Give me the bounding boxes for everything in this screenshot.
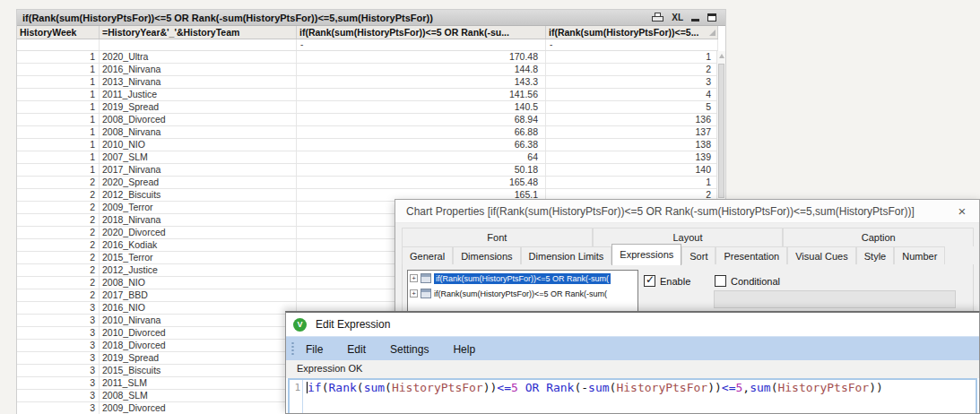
print-icon[interactable] xyxy=(652,13,663,22)
expression-list-item[interactable]: +if(Rank(sum(HistoryPtsFor))<=5 OR Rank(… xyxy=(408,271,637,286)
table-cell[interactable]: 2 xyxy=(17,189,100,201)
table-cell[interactable]: 2012_Biscuits xyxy=(100,189,297,201)
table-cell[interactable]: 1 xyxy=(17,51,100,63)
table-cell[interactable]: 2020_Spread xyxy=(100,177,297,188)
table-cell[interactable]: 2020_Divorced xyxy=(100,227,297,238)
tab-font[interactable]: Font xyxy=(402,228,593,246)
expression-code[interactable]: if(Rank(sum(HistoryPtsFor))<=5 OR Rank(-… xyxy=(303,380,976,413)
column-header-3[interactable]: if(Rank(sum(HistoryPtsFor))<=5... xyxy=(546,26,718,39)
column-header-0[interactable]: HistoryWeek xyxy=(17,26,100,39)
conditional-checkbox[interactable] xyxy=(715,275,726,287)
tab-visual-cues[interactable]: Visual Cues xyxy=(787,246,856,265)
table-cell[interactable]: 140.5 xyxy=(297,101,546,113)
menu-help[interactable]: Help xyxy=(453,343,475,356)
table-cell[interactable]: 2016_Kodiak xyxy=(100,239,297,251)
table-cell[interactable]: 1 xyxy=(17,151,100,163)
table-cell[interactable]: 3 xyxy=(17,302,100,314)
table-cell[interactable]: 2019_Spread xyxy=(100,352,297,364)
table-cell[interactable]: 143.3 xyxy=(297,76,546,88)
table-cell[interactable]: 1 xyxy=(17,89,100,100)
table-cell[interactable]: 2013_Nirvana xyxy=(100,76,297,88)
table-cell[interactable]: 1 xyxy=(17,114,100,125)
table-cell[interactable]: 2 xyxy=(17,252,100,263)
filter-cell-2[interactable]: - xyxy=(297,39,546,50)
table-cell[interactable]: 2020_Ultra xyxy=(100,51,297,63)
table-cell[interactable]: 3 xyxy=(17,352,100,364)
minimize-icon[interactable] xyxy=(691,13,699,22)
tab-number[interactable]: Number xyxy=(894,246,945,265)
table-cell[interactable]: 2018_Nirvana xyxy=(100,214,297,226)
table-cell[interactable]: 138 xyxy=(546,139,718,151)
filter-cell-1[interactable] xyxy=(100,39,297,50)
table-cell[interactable]: 50.18 xyxy=(297,164,546,176)
table-cell[interactable]: 2017_Nirvana xyxy=(100,164,297,176)
table-cell[interactable]: 5 xyxy=(546,101,718,113)
table-cell[interactable]: 4 xyxy=(546,89,718,100)
tab-sort[interactable]: Sort xyxy=(681,246,715,265)
menu-edit[interactable]: Edit xyxy=(347,343,366,356)
column-header-2[interactable]: if(Rank(sum(HistoryPtsFor))<=5 OR Rank(-… xyxy=(297,26,546,39)
table-cell[interactable]: 2017_BBD xyxy=(100,289,297,301)
filter-cell-0[interactable] xyxy=(17,39,100,50)
table-cell[interactable]: 1 xyxy=(17,139,100,151)
menu-settings[interactable]: Settings xyxy=(390,343,429,356)
table-cell[interactable]: 1 xyxy=(546,51,718,63)
expand-icon[interactable]: + xyxy=(410,274,418,282)
table-cell[interactable]: 1 xyxy=(17,101,100,113)
table-cell[interactable]: 1 xyxy=(17,126,100,138)
table-cell[interactable]: 2019_Spread xyxy=(100,101,297,113)
table-cell[interactable]: 136 xyxy=(546,114,718,125)
filter-cell-3[interactable]: - xyxy=(546,39,718,50)
close-icon[interactable]: × xyxy=(954,203,970,220)
table-cell[interactable]: 3 xyxy=(17,377,100,389)
enable-checkbox[interactable] xyxy=(644,275,655,287)
table-caption-bar[interactable]: if(Rank(sum(HistoryPtsFor))<=5 OR Rank(-… xyxy=(17,10,725,26)
table-cell[interactable]: 141.56 xyxy=(297,89,546,100)
table-cell[interactable]: 64 xyxy=(297,151,546,163)
table-cell[interactable]: 1 xyxy=(17,76,100,88)
table-cell[interactable]: 3 xyxy=(17,327,100,339)
table-cell[interactable]: 140 xyxy=(546,164,718,176)
table-cell[interactable]: 2015_Biscuits xyxy=(100,365,297,376)
table-cell[interactable]: 68.94 xyxy=(297,114,546,125)
table-cell[interactable]: 2018_Divorced xyxy=(100,340,297,351)
scroll-up-icon[interactable] xyxy=(719,54,724,58)
table-cell[interactable]: 2010_Divorced xyxy=(100,327,297,339)
table-cell[interactable]: 2 xyxy=(17,214,100,226)
expand-icon[interactable]: + xyxy=(410,289,418,298)
tab-general[interactable]: General xyxy=(402,246,453,265)
table-cell[interactable]: 2016_Nirvana xyxy=(100,64,297,75)
table-cell[interactable]: 2 xyxy=(17,264,100,276)
table-cell[interactable]: 3 xyxy=(17,390,100,401)
table-cell[interactable]: 139 xyxy=(546,151,718,163)
tab-style[interactable]: Style xyxy=(856,246,894,265)
tab-caption[interactable]: Caption xyxy=(783,228,974,246)
edit-expression-title-bar[interactable]: V Edit Expression xyxy=(286,313,979,336)
table-cell[interactable]: 170.48 xyxy=(297,51,546,63)
table-cell[interactable]: 2008_Divorced xyxy=(100,114,297,125)
table-cell[interactable]: 3 xyxy=(17,402,100,414)
table-cell[interactable]: 2 xyxy=(17,177,100,188)
maximize-icon[interactable] xyxy=(707,13,716,22)
table-cell[interactable]: 144.8 xyxy=(297,64,546,75)
table-cell[interactable]: 1 xyxy=(546,177,718,188)
table-cell[interactable]: 2 xyxy=(17,239,100,251)
expression-list-item[interactable]: +if(Rank(sum(HistoryPtsFor))<=5 OR Rank(… xyxy=(408,286,637,301)
table-cell[interactable]: 1 xyxy=(17,64,100,75)
table-cell[interactable]: 3 xyxy=(546,76,718,88)
scrollbar-thumb[interactable] xyxy=(718,64,724,198)
table-cell[interactable]: 2010_NIO xyxy=(100,139,297,151)
table-cell[interactable]: 2015_Terror xyxy=(100,252,297,263)
table-cell[interactable]: 2 xyxy=(17,277,100,289)
table-cell[interactable]: 1 xyxy=(17,164,100,176)
table-cell[interactable]: 2 xyxy=(17,202,100,213)
table-cell[interactable]: 2009_Divorced xyxy=(100,402,297,414)
table-cell[interactable]: 3 xyxy=(17,315,100,326)
table-cell[interactable]: 3 xyxy=(17,365,100,376)
table-cell[interactable]: 2008_Nirvana xyxy=(100,126,297,138)
table-cell[interactable]: 2 xyxy=(546,64,718,75)
tab-expressions[interactable]: Expressions xyxy=(611,244,681,265)
table-cell[interactable]: 2011_Justice xyxy=(100,89,297,100)
menu-grip-icon[interactable] xyxy=(291,341,294,356)
tab-dimensions[interactable]: Dimensions xyxy=(453,246,520,265)
